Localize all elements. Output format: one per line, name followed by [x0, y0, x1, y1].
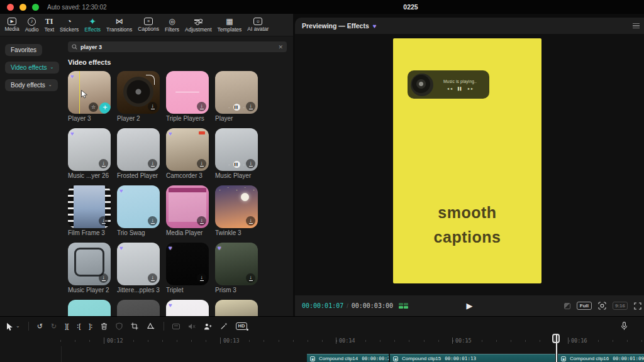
tab-ai-avatar[interactable]: ☺AI avatar — [245, 17, 272, 33]
compare-icon[interactable] — [564, 303, 570, 309]
maximize-window-button[interactable] — [32, 4, 39, 11]
play-button[interactable]: ▶ — [467, 301, 473, 310]
minimize-window-button[interactable] — [19, 4, 26, 11]
effect-card-frosted-player[interactable]: ↓Frosted Player — [117, 128, 160, 179]
undo-icon[interactable]: ↺ — [37, 323, 43, 330]
effect-thumbnail[interactable]: –▌▌–↓ — [215, 128, 258, 171]
effect-card-music-player[interactable]: –▌▌–↓Music Player — [215, 128, 258, 179]
effect-thumbnail[interactable] — [215, 300, 258, 316]
effect-thumbnail[interactable]: ↓ — [117, 71, 160, 114]
search-input[interactable]: player 3 — [80, 44, 102, 50]
download-icon[interactable]: ↓ — [197, 273, 206, 283]
effect-thumbnail[interactable]: ↓ — [166, 71, 209, 114]
select-tool-icon[interactable]: ⌄ — [6, 322, 20, 331]
ai-character-icon[interactable] — [204, 323, 212, 330]
delete-icon[interactable] — [101, 322, 108, 330]
effect-card[interactable] — [215, 300, 258, 316]
effect-card-trio-swag[interactable]: ♥↓Trio Swag — [117, 185, 160, 236]
effect-thumbnail[interactable]: ♥ — [166, 300, 209, 316]
favorite-star-button[interactable]: ☆ — [89, 102, 98, 112]
effect-thumbnail[interactable]: ↓ — [117, 128, 160, 171]
tab-text[interactable]: TIText — [42, 16, 57, 33]
playhead-handle[interactable] — [552, 334, 560, 343]
effect-thumbnail[interactable]: ♥☆+ — [68, 71, 111, 114]
effect-thumbnail[interactable] — [68, 300, 111, 316]
effect-thumbnail[interactable]: ↓ — [68, 185, 111, 228]
tab-effects[interactable]: ✦Effects — [82, 16, 104, 33]
effect-card[interactable]: ♥ — [166, 300, 209, 316]
effect-card[interactable] — [117, 300, 160, 316]
download-icon[interactable]: ↓ — [197, 159, 206, 168]
timeline-clip[interactable]: ▣Compound clip1400:00:00:22 — [307, 354, 389, 362]
timeline-clip[interactable]: ▣Compound clip1500:00:01:13 — [390, 354, 555, 362]
download-icon[interactable]: ↓ — [148, 102, 157, 111]
search-bar[interactable]: player 3 ✕ — [68, 41, 287, 52]
effect-card-jittere-pples-3[interactable]: ♥↓Jittere...pples 3 — [117, 243, 160, 293]
download-icon[interactable]: ↓ — [99, 216, 108, 226]
tab-templates[interactable]: ▦Templates — [214, 16, 245, 33]
timeline-clip[interactable]: ▣Compound clip1600:00:01:09 — [558, 354, 644, 362]
tab-filters[interactable]: ◎Filters — [162, 16, 182, 33]
tab-stickers[interactable]: ◔Stickers — [57, 16, 82, 33]
effect-thumbnail[interactable]: ↓ — [166, 185, 209, 228]
tab-media[interactable]: ▶Media — [2, 17, 22, 33]
effect-thumbnail[interactable]: ♥↓ — [166, 243, 209, 285]
effect-card-music-player-2[interactable]: ↓Music Player 2 — [68, 243, 111, 293]
download-icon[interactable]: ↓ — [99, 159, 108, 168]
effect-card-prism-3[interactable]: ♥↓Prism 3 — [215, 243, 258, 293]
magic-tools-icon[interactable] — [147, 322, 155, 330]
tab-captions[interactable]: ≡Captions — [135, 17, 162, 33]
timeline-ruler[interactable]: 00:1200:1300:1400:1500:16 — [0, 336, 644, 346]
effect-card-player[interactable]: –▌▌–↓Player — [215, 71, 258, 122]
effect-card-camcorder-3[interactable]: ♥↓Camcorder 3 — [166, 128, 209, 179]
effect-card-triplet[interactable]: ♥↓Triplet — [166, 243, 209, 293]
download-icon[interactable]: ↓ — [246, 216, 255, 226]
close-window-button[interactable] — [7, 4, 14, 11]
download-icon[interactable]: ↓ — [246, 273, 255, 283]
microphone-icon[interactable] — [621, 322, 628, 331]
delete-right-icon[interactable]: ]∶ — [89, 323, 92, 330]
tab-audio[interactable]: ♪Audio — [22, 17, 42, 33]
effect-card[interactable] — [68, 300, 111, 316]
effect-card-triple-players[interactable]: ↓Triple Players — [166, 71, 209, 122]
download-icon[interactable]: ↓ — [148, 273, 157, 283]
hd-icon[interactable]: HD — [236, 322, 247, 330]
fullscreen-icon[interactable] — [634, 302, 641, 310]
download-icon[interactable]: ↓ — [99, 273, 108, 283]
effect-card-music-yer-26[interactable]: ♥↓Music ...yer 26 — [68, 128, 111, 179]
effect-thumbnail[interactable]: ♥↓ — [215, 243, 258, 285]
magic-wand-icon[interactable] — [220, 322, 228, 330]
download-icon[interactable]: ↓ — [197, 102, 206, 111]
effect-thumbnail[interactable] — [117, 300, 160, 316]
full-preview-button[interactable]: Full — [577, 302, 592, 310]
sidebar-item-favorites[interactable]: Favorites — [5, 44, 42, 56]
effect-thumbnail[interactable]: ↓ — [68, 243, 111, 285]
delete-left-icon[interactable]: ∶[ — [77, 323, 80, 330]
crop-icon[interactable] — [131, 322, 138, 330]
split-icon[interactable]: ][ — [65, 323, 69, 330]
effect-card-player-3[interactable]: ♥☆+Player 3 — [68, 71, 111, 122]
add-effect-button[interactable]: + — [99, 102, 111, 114]
focus-icon[interactable] — [598, 302, 606, 310]
download-icon[interactable]: ↓ — [246, 159, 255, 168]
effect-thumbnail[interactable]: ♥↓ — [68, 128, 111, 171]
effect-card-film-frame-3[interactable]: ↓Film Frame 3 — [68, 185, 111, 236]
effect-thumbnail[interactable]: ♥↓ — [166, 128, 209, 171]
sidebar-item-video-effects[interactable]: Video effects⌄ — [5, 62, 59, 74]
sidebar-item-body-effects[interactable]: Body effects⌄ — [5, 79, 58, 91]
video-canvas[interactable]: Music is playing.. ◄◄ ▌▌ ►► smooth capti… — [393, 38, 541, 283]
effect-thumbnail[interactable]: ♥↓ — [117, 185, 160, 228]
clear-search-icon[interactable]: ✕ — [278, 44, 283, 50]
effect-card-twinkle-3[interactable]: ↓Twinkle 3 — [215, 185, 258, 236]
effect-thumbnail[interactable]: –▌▌–↓ — [215, 71, 258, 114]
download-icon[interactable]: ↓ — [197, 216, 206, 226]
download-icon[interactable]: ↓ — [148, 159, 157, 168]
aspect-ratio-button[interactable]: 9:16 — [613, 302, 628, 310]
effect-thumbnail[interactable]: ♥↓ — [117, 243, 160, 285]
effect-card-media-player[interactable]: ↓Media Player — [166, 185, 209, 236]
download-icon[interactable]: ↓ — [246, 102, 255, 111]
effect-card-player-2[interactable]: ↓Player 2 — [117, 71, 160, 122]
tab-adjustment[interactable]: Adjustment — [182, 16, 215, 33]
effect-thumbnail[interactable]: ↓ — [215, 185, 258, 228]
tab-transitions[interactable]: ⋈Transitions — [104, 16, 135, 33]
